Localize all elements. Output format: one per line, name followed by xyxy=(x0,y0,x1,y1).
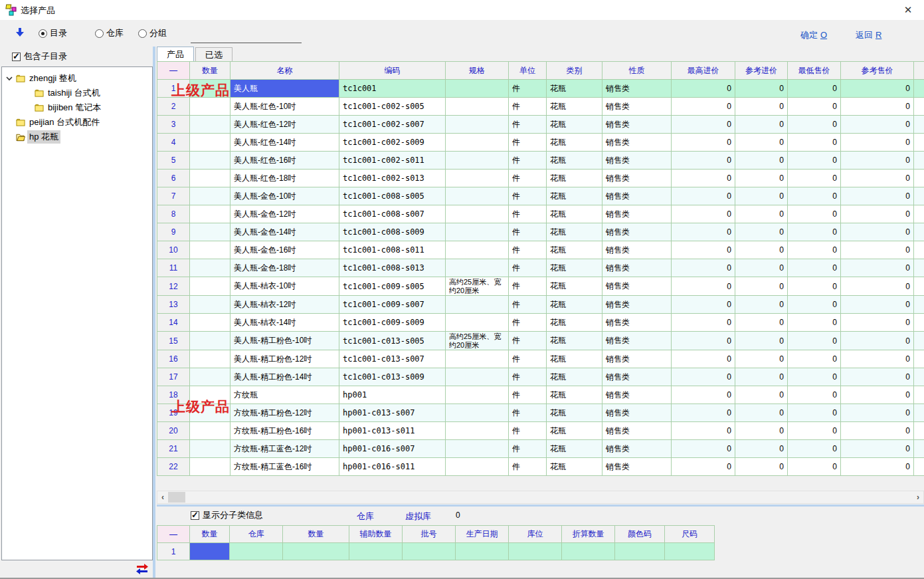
detail-cell[interactable] xyxy=(665,543,715,560)
code-cell[interactable]: tc1c001-c013-s009 xyxy=(339,368,446,386)
spec-cell[interactable] xyxy=(446,350,509,368)
max-purchase-price-cell[interactable]: 0 xyxy=(672,187,735,205)
spec-cell[interactable] xyxy=(446,134,509,152)
confirm-button[interactable]: 确定O xyxy=(800,29,827,41)
min-sale-price-cell[interactable]: 0 xyxy=(788,314,841,332)
code-cell[interactable]: tc1c001-c002-s009 xyxy=(339,134,446,152)
category-cell[interactable]: 花瓶 xyxy=(547,314,602,332)
qty-cell[interactable] xyxy=(190,350,231,368)
filter-input[interactable] xyxy=(191,31,302,43)
collapse-all-button[interactable]: ― xyxy=(157,62,190,80)
ref-sale-price-cell[interactable]: 0 xyxy=(841,422,914,440)
name-cell[interactable]: 方纹瓶-精工粉色-16吋 xyxy=(231,422,339,440)
nature-cell[interactable]: 销售类 xyxy=(602,350,672,368)
spec-cell[interactable] xyxy=(446,314,509,332)
nature-cell[interactable]: 销售类 xyxy=(602,205,672,223)
min-sale-price-cell[interactable]: 0 xyxy=(788,368,841,386)
ref-sale-price-cell[interactable]: 0 xyxy=(841,116,914,134)
tree-item-hp[interactable]: hp 花瓶 xyxy=(5,130,152,144)
nature-cell[interactable]: 销售类 xyxy=(602,404,672,422)
close-icon[interactable]: ✕ xyxy=(899,2,917,18)
horizontal-scrollbar[interactable]: ‹ › xyxy=(157,491,924,504)
unit-cell[interactable]: 件 xyxy=(509,98,547,116)
qty-cell[interactable] xyxy=(190,223,231,241)
ref-purchase-price-cell[interactable]: 0 xyxy=(735,241,788,259)
ref-sale-price-cell[interactable]: 0 xyxy=(841,205,914,223)
name-cell[interactable]: 方纹瓶 xyxy=(231,386,339,404)
unit-cell[interactable]: 件 xyxy=(509,458,547,476)
unit-cell[interactable]: 件 xyxy=(509,205,547,223)
unit-cell[interactable]: 件 xyxy=(509,170,547,187)
ref-purchase-price-cell[interactable]: 0 xyxy=(735,404,788,422)
min-sale-price-cell[interactable]: 0 xyxy=(788,350,841,368)
min-sale-price-cell[interactable]: 0 xyxy=(788,332,841,350)
ref-sale-price-cell[interactable]: 0 xyxy=(841,440,914,458)
ref-purchase-price-cell[interactable]: 0 xyxy=(735,440,788,458)
min-sale-price-cell[interactable]: 0 xyxy=(788,170,841,187)
nature-cell[interactable]: 销售类 xyxy=(602,386,672,404)
code-cell[interactable]: tc1c001-c002-s005 xyxy=(339,98,446,116)
max-purchase-price-cell[interactable]: 0 xyxy=(672,259,735,277)
name-cell[interactable]: 美人瓶-金色-16吋 xyxy=(231,241,339,259)
code-cell[interactable]: tc1c001-c013-s007 xyxy=(339,350,446,368)
spec-cell[interactable] xyxy=(446,223,509,241)
qty-cell[interactable] xyxy=(190,386,231,404)
min-sale-price-cell[interactable]: 0 xyxy=(788,187,841,205)
code-cell[interactable]: tc1c001-c009-s005 xyxy=(339,277,446,296)
row-number-cell[interactable]: 17 xyxy=(157,368,190,386)
code-cell[interactable]: tc1c001-c008-s013 xyxy=(339,259,446,277)
qty-cell[interactable] xyxy=(190,277,231,296)
category-cell[interactable]: 花瓶 xyxy=(547,350,602,368)
ref-sale-price-cell[interactable]: 0 xyxy=(841,332,914,350)
row-number-cell[interactable]: 10 xyxy=(157,241,190,259)
name-cell[interactable]: 美人瓶-红色-10吋 xyxy=(231,98,339,116)
unit-cell[interactable]: 件 xyxy=(509,440,547,458)
unit-cell[interactable]: 件 xyxy=(509,223,547,241)
row-number-cell[interactable]: 16 xyxy=(157,350,190,368)
max-purchase-price-cell[interactable]: 0 xyxy=(672,422,735,440)
max-purchase-price-cell[interactable]: 0 xyxy=(672,98,735,116)
nature-cell[interactable]: 销售类 xyxy=(602,98,672,116)
category-cell[interactable]: 花瓶 xyxy=(547,259,602,277)
ref-purchase-price-cell[interactable]: 0 xyxy=(735,458,788,476)
ref-sale-price-cell[interactable]: 0 xyxy=(841,314,914,332)
tree-item-bijiben[interactable]: bijiben 笔记本 xyxy=(5,100,152,115)
qty-cell[interactable] xyxy=(190,296,231,314)
nature-cell[interactable]: 销售类 xyxy=(602,458,672,476)
unit-cell[interactable]: 件 xyxy=(509,368,547,386)
spec-cell[interactable] xyxy=(446,296,509,314)
ref-sale-price-cell[interactable]: 0 xyxy=(841,80,914,98)
category-cell[interactable]: 花瓶 xyxy=(547,332,602,350)
unit-cell[interactable]: 件 xyxy=(509,187,547,205)
name-cell[interactable]: 美人瓶-桔衣-14吋 xyxy=(231,314,339,332)
min-sale-price-cell[interactable]: 0 xyxy=(788,386,841,404)
nature-cell[interactable]: 销售类 xyxy=(602,116,672,134)
min-sale-price-cell[interactable]: 0 xyxy=(788,277,841,296)
qty-cell[interactable] xyxy=(190,116,231,134)
ref-purchase-price-cell[interactable]: 0 xyxy=(735,259,788,277)
ref-purchase-price-cell[interactable]: 0 xyxy=(735,368,788,386)
ref-purchase-price-cell[interactable]: 0 xyxy=(735,116,788,134)
nature-cell[interactable]: 销售类 xyxy=(602,241,672,259)
horizontal-splitter[interactable] xyxy=(157,505,924,507)
category-cell[interactable]: 花瓶 xyxy=(547,386,602,404)
qty-cell[interactable] xyxy=(190,205,231,223)
detail-cell[interactable] xyxy=(403,543,456,560)
row-number-cell[interactable]: 9 xyxy=(157,223,190,241)
spec-cell[interactable] xyxy=(446,458,509,476)
category-cell[interactable]: 花瓶 xyxy=(547,98,602,116)
name-cell[interactable]: 美人瓶-精工粉色-12吋 xyxy=(231,350,339,368)
spec-cell[interactable] xyxy=(446,259,509,277)
collapse-all-button[interactable]: ― xyxy=(157,526,190,543)
qty-cell[interactable] xyxy=(190,134,231,152)
name-cell[interactable]: 美人瓶-金色-10吋 xyxy=(231,187,339,205)
ref-sale-price-cell[interactable]: 0 xyxy=(841,368,914,386)
vertical-splitter[interactable] xyxy=(153,47,155,579)
qty-cell[interactable] xyxy=(190,241,231,259)
ref-sale-price-cell[interactable]: 0 xyxy=(841,404,914,422)
ref-sale-price-cell[interactable]: 0 xyxy=(841,259,914,277)
ref-purchase-price-cell[interactable]: 0 xyxy=(735,98,788,116)
include-subfolders-checkbox[interactable]: 包含子目录 xyxy=(12,51,67,62)
max-purchase-price-cell[interactable]: 0 xyxy=(672,404,735,422)
nature-cell[interactable]: 销售类 xyxy=(602,314,672,332)
